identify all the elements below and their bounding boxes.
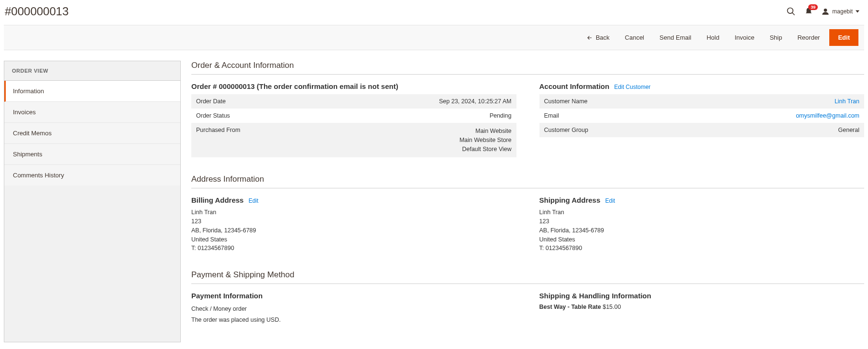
back-label: Back: [596, 34, 610, 41]
notifications-icon[interactable]: 39: [804, 7, 813, 16]
sidebar-item-credit-memos[interactable]: Credit Memos: [4, 123, 180, 144]
sidebar-item-shipments[interactable]: Shipments: [4, 144, 180, 165]
sidebar-item-invoices[interactable]: Invoices: [4, 102, 180, 123]
email-label: Email: [539, 109, 677, 123]
order-date-value: Sep 23, 2024, 10:25:27 AM: [320, 94, 516, 109]
purchased-from-value: Main Website Main Website Store Default …: [320, 123, 516, 157]
search-icon[interactable]: [786, 7, 796, 16]
page-title: #000000013: [5, 5, 68, 18]
username-label: magebit: [832, 8, 853, 15]
shipping-info-title: Shipping & Handling Information: [539, 292, 865, 300]
billing-address-title: Billing Address: [191, 196, 243, 204]
reorder-button[interactable]: Reorder: [790, 25, 827, 50]
payment-method: Check / Money order: [191, 304, 516, 315]
account-subtitle: Account Information: [539, 82, 610, 90]
ship-button[interactable]: Ship: [762, 25, 790, 50]
customer-name-link[interactable]: Linh Tran: [835, 98, 859, 105]
billing-address-block: Linh Tran 123 AB, Florida, 12345-6789 Un…: [191, 208, 516, 253]
section-order-account-title: Order & Account Information: [191, 61, 864, 75]
svg-point-0: [788, 8, 793, 14]
section-payment-shipping-title: Payment & Shipping Method: [191, 270, 864, 284]
payment-currency: The order was placed using USD.: [191, 315, 516, 326]
shipping-address-block: Linh Tran 123 AB, Florida, 12345-6789 Un…: [539, 208, 865, 253]
user-menu[interactable]: magebit: [822, 8, 859, 15]
section-address-title: Address Information: [191, 174, 864, 188]
edit-customer-link[interactable]: Edit Customer: [614, 84, 650, 90]
billing-edit-link[interactable]: Edit: [249, 197, 259, 204]
invoice-button[interactable]: Invoice: [727, 25, 762, 50]
shipping-edit-link[interactable]: Edit: [605, 197, 615, 204]
sidebar-item-comments-history[interactable]: Comments History: [4, 165, 180, 185]
email-link[interactable]: omysmilfee@gmail.com: [796, 112, 859, 119]
order-subtitle: Order # 000000013 (The order confirmatio…: [191, 82, 516, 90]
notifications-badge: 39: [808, 4, 818, 10]
shipping-address-title: Shipping Address: [539, 196, 601, 204]
customer-group-label: Customer Group: [539, 123, 677, 137]
back-button[interactable]: Back: [579, 25, 617, 50]
customer-group-value: General: [677, 123, 864, 137]
shipping-method-line: Best Way - Table Rate $15.00: [539, 304, 865, 310]
order-date-label: Order Date: [191, 94, 320, 109]
sidebar: ORDER VIEW Information Invoices Credit M…: [4, 61, 181, 342]
sidebar-header: ORDER VIEW: [4, 61, 180, 81]
svg-point-2: [824, 9, 827, 12]
account-info-table: Customer Name Linh Tran Email omysmilfee…: [539, 94, 865, 137]
payment-info-title: Payment Information: [191, 292, 516, 300]
edit-button[interactable]: Edit: [829, 29, 858, 46]
sidebar-item-information[interactable]: Information: [4, 81, 180, 102]
send-email-button[interactable]: Send Email: [652, 25, 699, 50]
hold-button[interactable]: Hold: [699, 25, 727, 50]
purchased-from-label: Purchased From: [191, 123, 320, 157]
svg-line-1: [792, 13, 795, 15]
action-toolbar: Back Cancel Send Email Hold Invoice Ship…: [4, 25, 864, 50]
customer-name-label: Customer Name: [539, 94, 677, 109]
cancel-button[interactable]: Cancel: [617, 25, 652, 50]
order-status-value: Pending: [320, 109, 516, 123]
order-status-label: Order Status: [191, 109, 320, 123]
order-info-table: Order Date Sep 23, 2024, 10:25:27 AM Ord…: [191, 94, 516, 157]
